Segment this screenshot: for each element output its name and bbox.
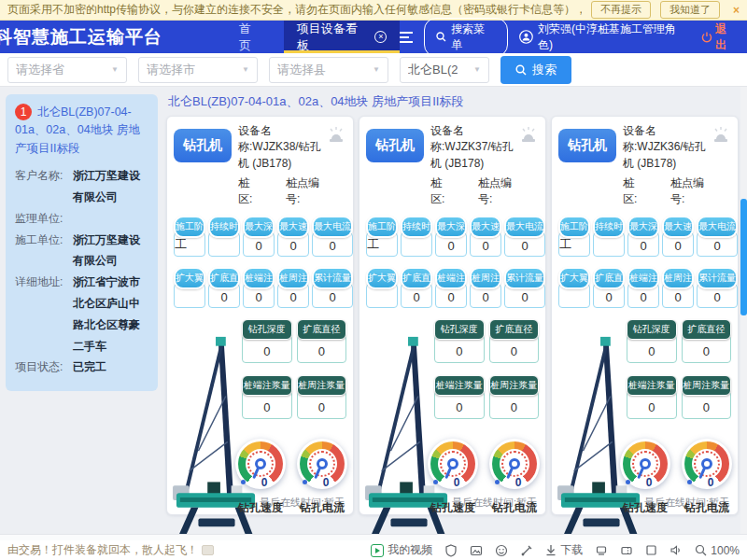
chevron-down-icon: ▼ xyxy=(111,65,119,74)
speaker-icon[interactable] xyxy=(669,544,683,556)
stat-cell: 累计流量0 xyxy=(312,267,353,308)
stat-cell: 最大深0 xyxy=(627,216,659,257)
gauges-row: 0 钻孔速度 0 钻孔电流 xyxy=(427,439,541,516)
stat-label: 累计流量 xyxy=(697,267,738,289)
field-label: 详细地址: xyxy=(15,272,73,357)
stat-label: 最大速 xyxy=(662,216,694,238)
field-value: 已完工 xyxy=(73,357,106,378)
stat-cell: 桩周注0 xyxy=(277,267,309,308)
metrics-grid: 钻孔深度0扩底直径0桩端注浆量0桩周注浆量0 xyxy=(242,319,346,419)
gauge-value: 0 xyxy=(428,476,486,489)
search-menu-button[interactable]: 搜索菜单 xyxy=(424,18,508,57)
stat-cell: 持续时 xyxy=(593,216,625,257)
device-card: 钻孔机 设备名称:WJZK36/钻孔机 (JB178) 桩区: 桩点编号: 施工… xyxy=(551,116,739,515)
close-tab-icon[interactable]: × xyxy=(374,31,387,43)
metric-cell: 桩周注浆量0 xyxy=(489,375,540,419)
stats-grid: 施工阶未施工持续时最大深0最大速0最大电流0扩大翼扩底直0桩端注0桩周注0累计流… xyxy=(558,216,731,308)
scrollbar-track[interactable] xyxy=(740,87,747,534)
image-capture-icon[interactable] xyxy=(470,544,483,557)
download-button[interactable]: 下载 xyxy=(545,542,583,558)
metric-label: 桩端注浆量 xyxy=(434,375,485,396)
logout-button[interactable]: 退出 xyxy=(701,21,738,53)
stat-label: 最大电流 xyxy=(312,216,353,238)
project-field-row: 监理单位: xyxy=(15,208,148,230)
county-select[interactable]: 请选择县▼ xyxy=(269,57,388,83)
gauge-value: 0 xyxy=(489,476,547,489)
field-label: 监理单位: xyxy=(15,208,73,230)
stat-cell: 扩大翼 xyxy=(174,267,205,308)
gauge-value: 0 xyxy=(682,476,740,489)
province-select[interactable]: 请选择省▼ xyxy=(7,57,127,83)
menu-icon[interactable] xyxy=(400,32,413,43)
ad-thumbnail-icon xyxy=(202,545,214,555)
my-video-button[interactable]: 我的视频 xyxy=(371,542,432,558)
pile-zone-label: 桩区: xyxy=(430,175,454,207)
stat-label: 最大速 xyxy=(277,216,309,238)
metric-cell: 扩底直径0 xyxy=(682,319,732,363)
metric-label: 钻孔深度 xyxy=(627,319,677,340)
gauge-dial: 0 xyxy=(489,439,540,489)
user-menu[interactable]: 刘荣强(中淳桩基施工管理角色) xyxy=(519,21,690,53)
metric-label: 扩底直径 xyxy=(489,319,540,340)
tab-home[interactable]: 首页 xyxy=(218,21,284,53)
browser-status-bar: 由交易！打件装备就回本，散人起飞！ 我的视频 下载 xyxy=(0,540,747,560)
device-icon[interactable] xyxy=(595,544,608,557)
metric-cell: 扩底直径0 xyxy=(297,319,347,363)
stat-label: 桩周注 xyxy=(277,267,309,289)
alarm-siren-icon xyxy=(518,124,539,145)
stat-label: 最大深 xyxy=(627,216,659,238)
stat-cell: 最大电流0 xyxy=(312,216,353,257)
metric-cell: 钻孔深度0 xyxy=(434,319,485,363)
project-fields: 客户名称:浙江万坚建设有限公司监理单位:施工单位:浙江万坚建设有限公司详细地址:… xyxy=(15,165,148,378)
metric-label: 桩周注浆量 xyxy=(297,375,347,396)
tab-device-board[interactable]: 项目设备看板 × xyxy=(284,21,400,53)
chevron-down-icon: ▼ xyxy=(242,65,249,74)
window-icon[interactable] xyxy=(645,544,657,556)
stat-cell: 扩底直0 xyxy=(593,267,625,308)
stat-cell: 扩底直0 xyxy=(208,267,240,308)
app-title: 科智慧施工运输平台 xyxy=(0,25,162,49)
project-field-row: 客户名称:浙江万坚建设有限公司 xyxy=(15,165,148,208)
stat-cell: 桩周注0 xyxy=(662,267,694,308)
stat-cell: 最大电流0 xyxy=(697,216,738,257)
stat-label: 桩端注 xyxy=(627,267,659,289)
metric-label: 桩周注浆量 xyxy=(682,375,732,396)
stat-label: 最大深 xyxy=(435,216,467,238)
http-warning-bar: 页面采用不加密的http传输协议，与你建立的连接不安全，请勿在页面内输入任何敏感… xyxy=(0,0,747,21)
stat-cell: 扩大翼 xyxy=(366,267,398,308)
dismiss-warning-button[interactable]: 不再提示 xyxy=(591,1,651,19)
stat-label: 持续时 xyxy=(208,216,240,238)
search-button[interactable]: 搜索 xyxy=(500,56,571,84)
page-title: 北仑BL(ZB)07-04-01a、02a、04地块 房地产项目II标段 xyxy=(164,87,741,116)
stat-cell: 桩端注0 xyxy=(243,267,275,308)
scrollbar-thumb[interactable] xyxy=(740,199,747,315)
close-warning-icon[interactable]: × xyxy=(733,4,740,17)
city-select[interactable]: 请选择市▼ xyxy=(138,57,258,83)
stat-cell: 最大深0 xyxy=(435,216,467,257)
zoom-level-button[interactable]: 100% xyxy=(695,544,740,557)
gauge-dial: 0 xyxy=(682,439,732,489)
device-name: 设备名称:WJZK37/钻孔机 (JB178) xyxy=(430,123,522,172)
acknowledge-warning-button[interactable]: 我知道了 xyxy=(660,1,720,19)
field-label: 客户名称: xyxy=(15,165,73,208)
project-list-item[interactable]: 1北仑BL(ZB)07-04-01a、02a、04地块 房地产项目II标段 客户… xyxy=(6,94,158,391)
metric-cell: 桩端注浆量0 xyxy=(242,375,292,419)
field-value: 浙江万坚建设有限公司 xyxy=(73,230,148,273)
stat-label: 扩底直 xyxy=(593,267,625,289)
stat-label: 累计流量 xyxy=(312,267,353,289)
ticket-icon[interactable] xyxy=(620,544,633,557)
emoji-icon[interactable] xyxy=(495,544,508,557)
stat-label: 持续时 xyxy=(593,216,625,238)
device-name: 设备名称:WJZK38/钻孔机 (JB178) xyxy=(238,123,330,172)
ad-ticker-text: 由交易！打件装备就回本，散人起飞！ xyxy=(7,542,198,558)
device-type-badge: 钻孔机 xyxy=(366,129,424,162)
gauges-row: 0 钻孔速度 0 钻孔电流 xyxy=(234,439,348,516)
brush-icon[interactable] xyxy=(520,544,533,557)
search-icon xyxy=(515,64,527,76)
gauge: 0 钻孔电流 xyxy=(296,439,348,516)
card-middle: 钻孔深度0扩底直径0桩端注浆量0桩周注浆量0 0 钻孔速度 0 钻孔电流 xyxy=(558,319,731,494)
project-select[interactable]: 北仑BL(2▼ xyxy=(400,57,489,83)
filter-bar: 请选择省▼ 请选择市▼ 请选择县▼ 北仑BL(2▼ 搜索 xyxy=(0,53,747,87)
metric-label: 扩底直径 xyxy=(682,319,732,340)
shield-icon[interactable] xyxy=(444,544,458,557)
